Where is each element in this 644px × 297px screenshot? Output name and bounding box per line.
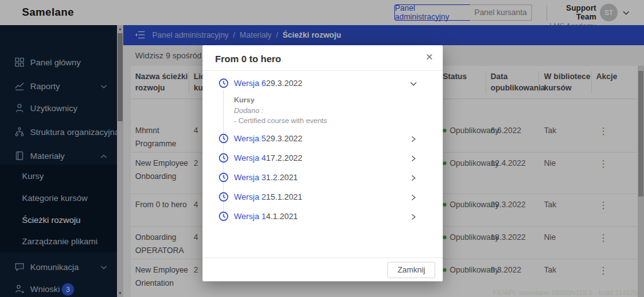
modal-divider [203,70,443,71]
details-change-type: Dodano : [234,106,327,116]
version-date: 17.2.2022 [266,153,303,163]
version-date: 29.3.2022 [266,134,303,143]
version-row: Wersja 215.1.2021 [203,190,443,204]
version-date: 1.2.2021 [266,173,298,182]
modal-title: From 0 to hero [215,53,281,64]
version-link[interactable]: Wersja 5 [234,134,266,143]
chevron-down-icon[interactable] [410,82,417,86]
version-row: Wersja 417.2.2022 [203,151,443,165]
version-date: 4.1.2021 [266,212,298,221]
version-date: 15.1.2021 [266,192,303,202]
history-icon [218,192,229,202]
modal-footer-divider [203,257,443,258]
details-section-label: Kursy [234,95,327,105]
chevron-right-icon[interactable] [410,136,417,143]
version-link[interactable]: Wersja 4 [234,153,266,163]
version-row: Wersja 31.2.2021 [203,171,443,185]
history-icon [218,172,229,183]
version-details: KursyDodano :- Certified course with eve… [234,95,327,126]
version-history-modal: From 0 to hero ✕ Wersja 629.3.2022KursyD… [203,45,443,281]
close-icon[interactable]: ✕ [425,51,433,63]
chevron-right-icon[interactable] [410,155,417,162]
version-date: 29.3.2022 [266,78,303,88]
history-icon [218,133,229,144]
history-icon [218,211,229,222]
history-icon [218,78,229,89]
version-row: Wersja 529.3.2022 [203,132,443,146]
version-row: Wersja 629.3.2022 [203,77,443,90]
details-item: - Certified course with events [234,116,327,126]
version-link[interactable]: Wersja 6 [234,78,266,88]
version-link[interactable]: Wersja 1 [234,212,266,221]
version-row: Wersja 14.1.2021 [203,210,443,224]
app-screen: Samelane Panel administracyjny Panel kur… [0,0,644,297]
version-link[interactable]: Wersja 2 [234,192,266,202]
version-link[interactable]: Wersja 3 [234,173,266,182]
chevron-right-icon[interactable] [410,175,417,181]
chevron-right-icon[interactable] [410,213,417,220]
chevron-right-icon[interactable] [410,194,417,201]
history-icon [218,153,229,163]
close-button[interactable]: Zamknij [387,262,435,278]
